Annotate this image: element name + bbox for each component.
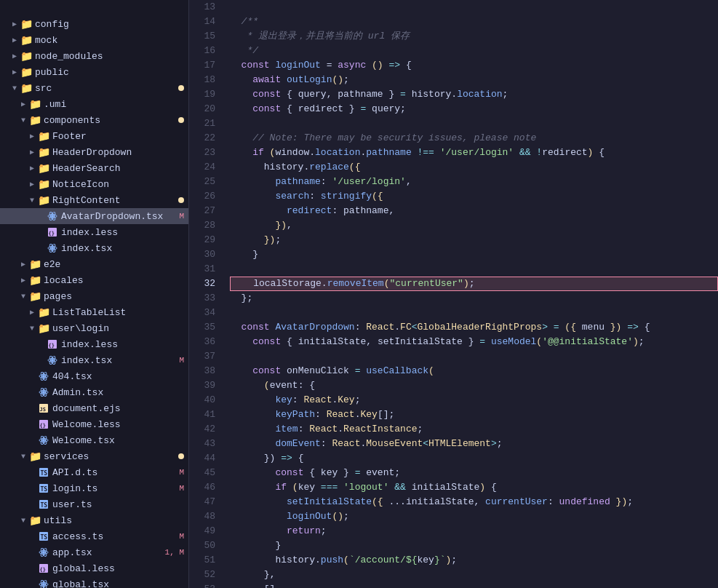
tree-item-locales[interactable]: ▶📁locales [0,272,188,288]
file-icon-index.less-ul: {} [47,338,58,350]
line-number-51: 51 [189,553,215,568]
code-line-42: item: React.ReactInstance; [230,422,718,437]
line-number-28: 28 [189,218,215,233]
tree-item-Admin[interactable]: Admin.tsx [0,384,188,400]
file-icon-404 [38,370,49,382]
modified-dot-services [178,453,184,459]
file-icon-Admin [38,386,49,398]
file-tree: ▶📁config▶📁mock▶📁node_modules▶📁public▼📁sr… [0,16,188,588]
code-line-43: domEvent: React.MouseEvent<HTMLElement>; [230,437,718,451]
svg-point-20 [42,391,45,394]
folder-icon-locales: 📁 [29,274,41,286]
tree-item-HeaderDropdown[interactable]: ▶📁HeaderDropdown [0,144,188,160]
tree-item-Welcome.less[interactable]: {}Welcome.less [0,416,188,432]
folder-icon-utils: 📁 [29,514,41,526]
tree-item-HeaderSearch[interactable]: ▶📁HeaderSearch [0,160,188,176]
code-line-21 [230,116,718,131]
tree-item-user-login[interactable]: ▼📁user\login [0,320,188,336]
svg-text:TS: TS [41,534,48,541]
folder-label-config: config [35,19,188,30]
code-line-41: keyPath: React.Key[]; [230,408,718,422]
tree-item-services[interactable]: ▼📁services [0,448,188,464]
tree-item-public[interactable]: ▶📁public [0,64,188,80]
line-number-38: 38 [189,364,215,378]
line-number-21: 21 [189,116,215,131]
tree-item-Welcome.tsx[interactable]: Welcome.tsx [0,432,188,448]
tree-item-app.tsx[interactable]: app.tsx1, M [0,544,188,560]
file-badge-access.ts: M [179,532,184,541]
tree-item-access.ts[interactable]: TSaccess.tsM [0,528,188,544]
line-number-23: 23 [189,146,215,160]
tree-item-umi[interactable]: ▶📁.umi [0,96,188,112]
tree-item-AvatarDropdown[interactable]: AvatarDropdown.tsxM [0,208,188,224]
tree-item-API.d.ts[interactable]: TSAPI.d.tsM [0,464,188,480]
line-number-46: 46 [189,480,215,495]
tree-item-mock[interactable]: ▶📁mock [0,32,188,48]
folder-label-mock: mock [35,35,188,46]
editor-scroll-area[interactable]: 1314151617181920212223242526272829303132… [189,0,718,588]
code-line-29: }); [230,233,718,247]
tree-item-index.less-ul[interactable]: {}index.less [0,336,188,352]
file-label-404: 404.tsx [52,371,188,382]
folder-label-locales: locales [44,275,188,286]
line-number-27: 27 [189,204,215,218]
tree-item-NoticeIcon[interactable]: ▶📁NoticeIcon [0,176,188,192]
svg-point-6 [51,247,54,250]
code-line-53: [], [230,582,718,588]
code-line-48: loginOut(); [230,509,718,524]
code-line-17: const loginOut = async () => { [230,58,718,73]
file-icon-global.tsx [38,579,49,588]
folder-icon-e2e: 📁 [29,258,41,270]
tree-item-pages[interactable]: ▼📁pages [0,288,188,304]
svg-text:{}: {} [40,423,46,429]
line-number-34: 34 [189,306,215,320]
tree-item-node_modules[interactable]: ▶📁node_modules [0,48,188,64]
file-icon-global.less: {} [38,563,49,574]
tree-item-index.tsx-rc[interactable]: index.tsx [0,240,188,256]
line-number-26: 26 [189,189,215,204]
file-label-AvatarDropdown: AvatarDropdown.tsx [61,211,179,222]
code-line-44: }) => { [230,451,718,466]
code-line-23: if (window.location.pathname !== '/user/… [230,146,718,160]
code-line-46: if (key === 'logout' && initialState) { [230,480,718,495]
tree-item-global.tsx[interactable]: global.tsx [0,576,188,588]
tree-arrow-mock: ▶ [9,36,20,44]
folder-label-node_modules: node_modules [35,51,188,62]
line-number-19: 19 [189,87,215,102]
tree-item-config[interactable]: ▶📁config [0,16,188,32]
folder-label-pages: pages [44,291,188,302]
tree-item-login.ts[interactable]: TSlogin.tsM [0,480,188,496]
tree-item-404[interactable]: 404.tsx [0,368,188,384]
tree-item-utils[interactable]: ▼📁utils [0,512,188,528]
file-badge-index.tsx-ul: M [179,356,184,365]
line-number-43: 43 [189,437,215,451]
tree-arrow-Footer: ▶ [26,132,38,140]
svg-point-28 [42,439,45,442]
tree-item-index.tsx-ul[interactable]: index.tsxM [0,352,188,368]
tree-item-index.less[interactable]: {}index.less [0,224,188,240]
tree-item-global.less[interactable]: {}global.less [0,560,188,576]
tree-item-user.ts[interactable]: TSuser.ts [0,496,188,512]
code-line-24: history.replace({ [230,160,718,175]
tree-item-ListTableList[interactable]: ▶📁ListTableList [0,304,188,320]
svg-text:{}: {} [40,567,46,573]
code-line-50: } [230,539,718,553]
tree-item-RightContent[interactable]: ▼📁RightContent [0,192,188,208]
line-number-29: 29 [189,233,215,247]
tree-item-Footer[interactable]: ▶📁Footer [0,128,188,144]
tree-item-src[interactable]: ▼📁src [0,80,188,96]
tree-item-e2e[interactable]: ▶📁e2e [0,256,188,272]
file-label-user.ts: user.ts [52,499,188,510]
tree-arrow-locales: ▶ [17,276,29,285]
tree-item-components[interactable]: ▼📁components [0,112,188,128]
code-line-30: } [230,247,718,262]
file-label-Welcome.less: Welcome.less [52,419,188,430]
tree-arrow-public: ▶ [9,68,20,76]
line-numbers: 1314151617181920212223242526272829303132… [189,0,224,588]
folder-label-public: public [35,67,188,78]
code-content[interactable]: /** * 退出登录，并且将当前的 url 保存 */ const loginO… [224,0,718,588]
file-icon-index.tsx-ul [47,354,58,366]
file-label-document: document.ejs [52,403,188,414]
tree-item-document[interactable]: JSdocument.ejs [0,400,188,416]
code-line-15: * 退出登录，并且将当前的 url 保存 [230,29,718,44]
